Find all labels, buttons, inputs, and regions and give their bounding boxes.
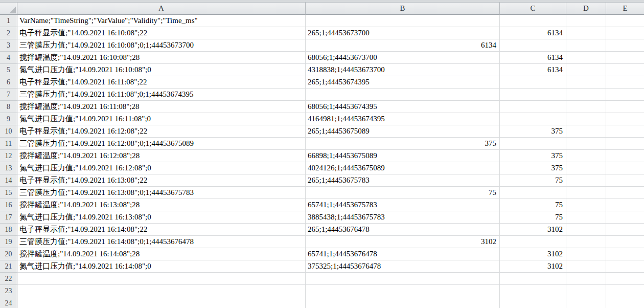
cell-E20[interactable]	[606, 248, 644, 260]
cell-C6[interactable]	[500, 76, 566, 89]
cell-C23[interactable]	[500, 285, 566, 297]
cell-B20[interactable]: 65741;1;44453676478	[306, 248, 500, 260]
cell-D10[interactable]	[566, 125, 606, 138]
cell-C24[interactable]	[500, 297, 566, 308]
cell-C10[interactable]: 375	[500, 125, 566, 138]
cell-A21[interactable]: 氮气进口压力值;"14.09.2021 16:14:08";0	[17, 260, 306, 273]
cell-B11[interactable]: 375	[306, 138, 500, 150]
row-header-24[interactable]: 24	[0, 297, 17, 308]
cell-B17[interactable]: 3885438;1;44453675783	[306, 211, 500, 224]
cell-E8[interactable]	[606, 101, 644, 113]
cell-B13[interactable]: 4024126;1;44453675089	[306, 162, 500, 174]
row-header-10[interactable]: 10	[0, 125, 17, 138]
cell-C3[interactable]	[500, 39, 566, 52]
cell-A11[interactable]: 三管膜压力值;"14.09.2021 16:12:08";0;1;4445367…	[17, 138, 306, 150]
cell-A20[interactable]: 搅拌罐温度;"14.09.2021 16:14:08";28	[17, 248, 306, 260]
cell-E22[interactable]	[606, 273, 644, 285]
cell-A18[interactable]: 电子秤显示值;"14.09.2021 16:14:08";22	[17, 224, 306, 236]
cell-B21[interactable]: 375325;1;44453676478	[306, 260, 500, 273]
cell-D21[interactable]	[566, 260, 606, 273]
cell-D2[interactable]	[566, 27, 606, 39]
row-header-7[interactable]: 7	[0, 89, 17, 101]
cell-B2[interactable]: 265;1;44453673700	[306, 27, 500, 39]
cell-E24[interactable]	[606, 297, 644, 308]
cell-E5[interactable]	[606, 64, 644, 76]
cell-D20[interactable]	[566, 248, 606, 260]
cell-E3[interactable]	[606, 39, 644, 52]
row-header-1[interactable]: 1	[0, 15, 17, 27]
cell-A4[interactable]: 搅拌罐温度;"14.09.2021 16:10:08";28	[17, 52, 306, 64]
cell-B18[interactable]: 265;1;44453676478	[306, 224, 500, 236]
cell-E13[interactable]	[606, 162, 644, 174]
cell-D23[interactable]	[566, 285, 606, 297]
cell-B24[interactable]	[306, 297, 500, 308]
cell-D1[interactable]	[566, 15, 606, 27]
cell-D19[interactable]	[566, 236, 606, 248]
cell-C13[interactable]: 375	[500, 162, 566, 174]
cell-A9[interactable]: 氮气进口压力值;"14.09.2021 16:11:08";0	[17, 113, 306, 125]
cell-E18[interactable]	[606, 224, 644, 236]
cell-D7[interactable]	[566, 89, 606, 101]
cell-B16[interactable]: 65741;1;44453675783	[306, 199, 500, 211]
row-header-18[interactable]: 18	[0, 224, 17, 236]
cell-D4[interactable]	[566, 52, 606, 64]
cell-C22[interactable]	[500, 273, 566, 285]
cell-B22[interactable]	[306, 273, 500, 285]
cell-E6[interactable]	[606, 76, 644, 89]
cell-B14[interactable]: 265;1;44453675783	[306, 174, 500, 187]
row-header-20[interactable]: 20	[0, 248, 17, 260]
cell-D14[interactable]	[566, 174, 606, 187]
row-header-22[interactable]: 22	[0, 273, 17, 285]
row-header-19[interactable]: 19	[0, 236, 17, 248]
column-header-D[interactable]: D	[566, 3, 606, 15]
cell-C12[interactable]: 375	[500, 150, 566, 162]
row-header-5[interactable]: 5	[0, 64, 17, 76]
cell-C17[interactable]: 75	[500, 211, 566, 224]
cell-E9[interactable]	[606, 113, 644, 125]
row-header-23[interactable]: 23	[0, 285, 17, 297]
cell-C19[interactable]	[500, 236, 566, 248]
column-header-A[interactable]: A	[17, 3, 306, 15]
cell-A12[interactable]: 搅拌罐温度;"14.09.2021 16:12:08";28	[17, 150, 306, 162]
cell-C21[interactable]: 3102	[500, 260, 566, 273]
cell-B1[interactable]	[306, 15, 500, 27]
cell-E23[interactable]	[606, 285, 644, 297]
row-header-17[interactable]: 17	[0, 211, 17, 224]
cell-E16[interactable]	[606, 199, 644, 211]
cell-A5[interactable]: 氮气进口压力值;"14.09.2021 16:10:08";0	[17, 64, 306, 76]
cell-E14[interactable]	[606, 174, 644, 187]
row-header-14[interactable]: 14	[0, 174, 17, 187]
cell-A17[interactable]: 氮气进口压力值;"14.09.2021 16:13:08";0	[17, 211, 306, 224]
cell-E10[interactable]	[606, 125, 644, 138]
cell-D5[interactable]	[566, 64, 606, 76]
row-header-12[interactable]: 12	[0, 150, 17, 162]
select-all-corner[interactable]	[0, 3, 17, 15]
cell-D13[interactable]	[566, 162, 606, 174]
cell-D3[interactable]	[566, 39, 606, 52]
cell-B9[interactable]: 4164981;1;44453674395	[306, 113, 500, 125]
row-header-3[interactable]: 3	[0, 39, 17, 52]
cell-C18[interactable]: 3102	[500, 224, 566, 236]
cell-D9[interactable]	[566, 113, 606, 125]
cell-C8[interactable]	[500, 101, 566, 113]
cell-D18[interactable]	[566, 224, 606, 236]
cell-C20[interactable]: 3102	[500, 248, 566, 260]
cell-B6[interactable]: 265;1;44453674395	[306, 76, 500, 89]
cell-A14[interactable]: 电子秤显示值;"14.09.2021 16:13:08";22	[17, 174, 306, 187]
cell-A2[interactable]: 电子秤显示值;"14.09.2021 16:10:08";22	[17, 27, 306, 39]
cell-B23[interactable]	[306, 285, 500, 297]
cell-D15[interactable]	[566, 187, 606, 199]
cell-D16[interactable]	[566, 199, 606, 211]
cell-A15[interactable]: 三管膜压力值;"14.09.2021 16:13:08";0;1;4445367…	[17, 187, 306, 199]
cell-A16[interactable]: 搅拌罐温度;"14.09.2021 16:13:08";28	[17, 199, 306, 211]
cell-A22[interactable]	[17, 273, 306, 285]
cell-B7[interactable]	[306, 89, 500, 101]
row-header-2[interactable]: 2	[0, 27, 17, 39]
cell-D12[interactable]	[566, 150, 606, 162]
row-header-16[interactable]: 16	[0, 199, 17, 211]
cell-C2[interactable]: 6134	[500, 27, 566, 39]
cell-B10[interactable]: 265;1;44453675089	[306, 125, 500, 138]
cell-D17[interactable]	[566, 211, 606, 224]
column-header-E[interactable]: E	[606, 3, 644, 15]
cell-A19[interactable]: 三管膜压力值;"14.09.2021 16:14:08";0;1;4445367…	[17, 236, 306, 248]
